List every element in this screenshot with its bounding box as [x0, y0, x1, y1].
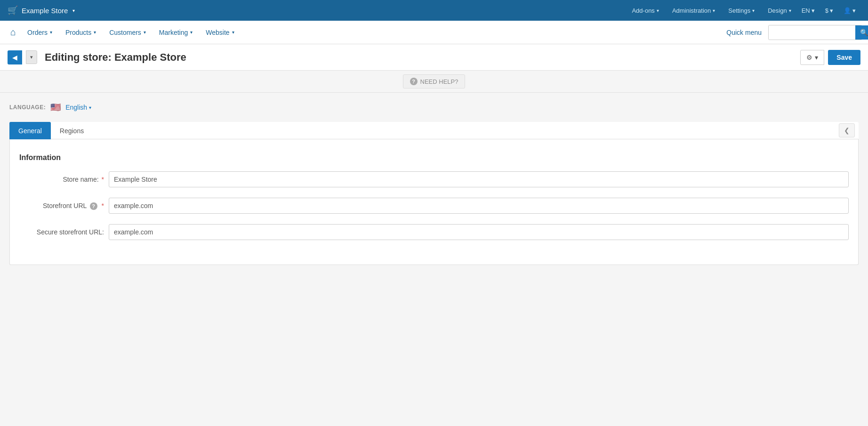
save-button[interactable]: Save: [828, 50, 860, 65]
language-flag: 🇺🇸: [50, 102, 61, 113]
store-name-required: *: [102, 176, 104, 183]
secure-storefront-url-label: Secure storefront URL:: [19, 228, 104, 236]
gear-chevron: ▾: [815, 54, 818, 61]
administration-menu[interactable]: Administration ▾: [667, 4, 721, 17]
orders-menu[interactable]: Orders ▾: [21, 25, 59, 40]
form-panel: Information Store name: * Storefront URL…: [9, 139, 859, 265]
store-name-row: Store name: *: [19, 171, 849, 187]
search-button[interactable]: 🔍: [855, 25, 868, 40]
tabs-row: General Regions ❮: [9, 122, 859, 139]
administration-chevron: ▾: [713, 8, 715, 13]
store-name-label: Store name: *: [19, 176, 104, 183]
design-label: Design: [768, 7, 787, 14]
store-dropdown-icon: ▾: [72, 8, 75, 13]
website-menu[interactable]: Website ▾: [199, 25, 241, 40]
products-chevron: ▾: [94, 30, 96, 35]
search-bar: 🔍: [768, 25, 862, 40]
storefront-url-row: Storefront URL ? *: [19, 198, 849, 214]
marketing-chevron: ▾: [190, 30, 193, 35]
quick-menu-button[interactable]: Quick menu: [720, 25, 768, 40]
website-label: Website: [206, 29, 229, 36]
content-area: LANGUAGE: 🇺🇸 English ▾ General Regions ❮…: [0, 93, 868, 425]
store-name-input[interactable]: [109, 171, 849, 187]
secure-storefront-url-input[interactable]: [109, 224, 849, 240]
tab-regions[interactable]: Regions: [51, 122, 93, 139]
secure-storefront-url-row: Secure storefront URL:: [19, 224, 849, 240]
marketing-label: Marketing: [159, 29, 188, 36]
website-chevron: ▾: [232, 30, 234, 35]
collapse-panel-button[interactable]: ❮: [839, 123, 855, 137]
home-button[interactable]: ⌂: [6, 24, 21, 40]
settings-label: Settings: [728, 7, 750, 14]
cart-icon: 🛒: [8, 5, 18, 16]
design-chevron: ▾: [789, 8, 791, 13]
products-menu[interactable]: Products ▾: [59, 25, 103, 40]
settings-menu[interactable]: Settings ▾: [723, 4, 760, 17]
back-dropdown-icon: ▾: [30, 54, 33, 60]
store-logo[interactable]: 🛒 Example Store ▾: [8, 5, 75, 16]
storefront-url-help-icon: ?: [90, 202, 97, 210]
customers-menu[interactable]: Customers ▾: [103, 25, 153, 40]
marketing-menu[interactable]: Marketing ▾: [153, 25, 199, 40]
help-tooltip-area: ? NEED HELP?: [0, 71, 868, 93]
orders-label: Orders: [27, 29, 48, 36]
addons-menu[interactable]: Add-ons ▾: [626, 4, 664, 17]
language-row: LANGUAGE: 🇺🇸 English ▾: [9, 102, 859, 113]
products-label: Products: [65, 29, 91, 36]
page-title: Editing store: Example Store: [45, 51, 796, 64]
customers-label: Customers: [109, 29, 141, 36]
search-input[interactable]: [769, 27, 855, 38]
orders-chevron: ▾: [50, 30, 52, 35]
top-nav-bar: 🛒 Example Store ▾ Add-ons ▾ Administrati…: [0, 0, 868, 21]
gear-button[interactable]: ⚙ ▾: [800, 50, 824, 65]
collapse-icon: ❮: [844, 127, 850, 134]
language-name: English: [65, 104, 87, 111]
language-chevron: ▾: [89, 105, 91, 110]
need-help-button[interactable]: ? NEED HELP?: [403, 74, 466, 88]
save-label: Save: [836, 54, 852, 61]
back-icon: ◀: [12, 54, 17, 61]
store-name: Example Store: [22, 7, 68, 15]
gear-icon: ⚙: [806, 54, 812, 61]
storefront-url-input[interactable]: [109, 198, 849, 214]
need-help-label: NEED HELP?: [420, 78, 458, 85]
top-bar-right: EN ▾ $ ▾ 👤 ▾: [797, 4, 860, 17]
addons-label: Add-ons: [632, 7, 654, 14]
language-label: LANGUAGE:: [9, 104, 46, 111]
customers-chevron: ▾: [144, 30, 146, 35]
section-title: Information: [19, 153, 849, 162]
storefront-url-required: *: [102, 202, 104, 209]
page-header: ◀ ▾ Editing store: Example Store ⚙ ▾ Sav…: [0, 44, 868, 71]
back-button[interactable]: ◀: [8, 50, 22, 64]
language-select-button[interactable]: English ▾: [65, 104, 91, 111]
user-menu[interactable]: 👤 ▾: [839, 4, 860, 17]
home-icon: ⌂: [10, 27, 16, 38]
storefront-url-label: Storefront URL ? *: [19, 202, 104, 210]
currency-selector[interactable]: $ ▾: [820, 4, 838, 17]
settings-chevron: ▾: [752, 8, 755, 13]
secondary-nav-bar: ⌂ Orders ▾ Products ▾ Customers ▾ Market…: [0, 21, 868, 44]
design-menu[interactable]: Design ▾: [762, 4, 796, 17]
tab-general[interactable]: General: [9, 122, 51, 139]
language-selector[interactable]: EN ▾: [797, 4, 820, 17]
back-dropdown-button[interactable]: ▾: [26, 50, 37, 64]
addons-chevron: ▾: [657, 8, 659, 13]
administration-label: Administration: [672, 7, 711, 14]
top-nav-items: Add-ons ▾ Administration ▾ Settings ▾ De…: [626, 4, 796, 17]
help-question-icon: ?: [410, 78, 418, 85]
